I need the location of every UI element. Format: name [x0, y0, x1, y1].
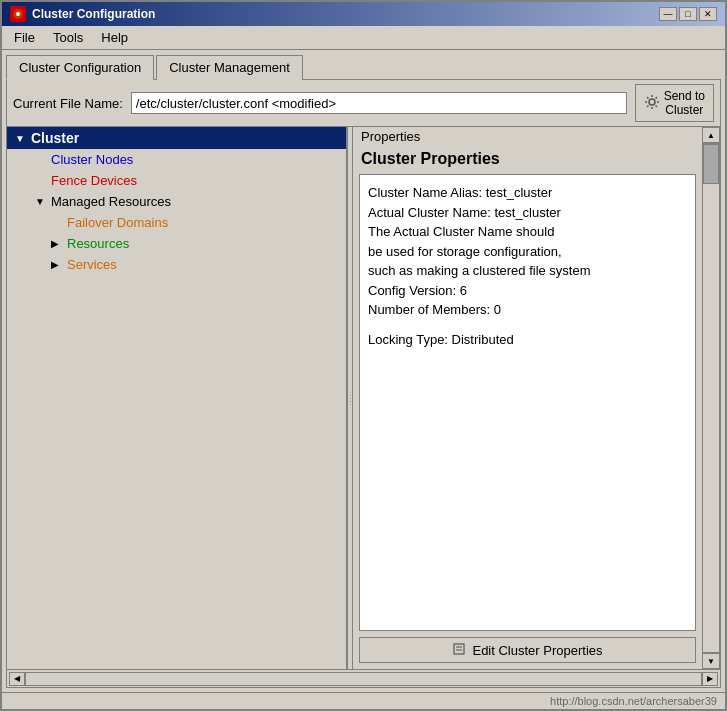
scroll-right-arrow[interactable]: ▶ — [702, 672, 718, 686]
tab-content: Current File Name: Send to Cluster — [6, 79, 721, 688]
tree-panel: ▼ Cluster Cluster Nodes Fence Devices ▼ … — [7, 127, 347, 669]
scroll-up-arrow[interactable]: ▲ — [702, 127, 720, 143]
menu-file[interactable]: File — [6, 28, 43, 47]
svg-rect-3 — [454, 644, 464, 654]
managed-resources-expand-icon: ▼ — [35, 196, 47, 207]
minimize-button[interactable]: — — [659, 7, 677, 21]
file-bar: Current File Name: Send to Cluster — [7, 80, 720, 126]
app-icon — [10, 6, 26, 22]
services-label: Services — [67, 257, 117, 272]
svg-point-2 — [649, 99, 655, 105]
services-expand-icon: ▶ — [51, 259, 63, 270]
prop-line-3: The Actual Cluster Name should — [368, 222, 687, 242]
main-window: Cluster Configuration — □ ✕ File Tools H… — [0, 0, 727, 711]
prop-line-1: Cluster Name Alias: test_cluster — [368, 183, 687, 203]
tree-item-cluster[interactable]: ▼ Cluster — [7, 127, 346, 149]
properties-main: Properties Cluster Properties Cluster Na… — [353, 127, 720, 669]
scroll-left-arrow[interactable]: ◀ — [9, 672, 25, 686]
edit-icon — [452, 642, 468, 658]
title-bar-left: Cluster Configuration — [10, 6, 155, 22]
svg-point-1 — [16, 12, 20, 16]
tree-item-services[interactable]: ▶ Services — [7, 254, 346, 275]
edit-btn-label: Edit Cluster Properties — [472, 643, 602, 658]
scroll-thumb[interactable] — [703, 144, 719, 184]
prop-line-2: Actual Cluster Name: test_cluster — [368, 203, 687, 223]
managed-resources-label: Managed Resources — [51, 194, 171, 209]
h-scroll-track[interactable] — [25, 672, 702, 686]
cluster-nodes-label: Cluster Nodes — [51, 152, 133, 167]
prop-line-7: Number of Members: 0 — [368, 300, 687, 320]
main-split-area: ▼ Cluster Cluster Nodes Fence Devices ▼ … — [7, 126, 720, 669]
tab-cluster-configuration[interactable]: Cluster Configuration — [6, 55, 154, 80]
send-btn-text: Send to Cluster — [664, 89, 705, 117]
scroll-track[interactable] — [702, 143, 720, 653]
tab-bar: Cluster Configuration Cluster Management — [2, 50, 725, 79]
cluster-label: Cluster — [31, 130, 79, 146]
watermark: http://blog.csdn.net/archersaber39 — [2, 692, 725, 709]
properties-header: Properties — [353, 127, 702, 146]
close-button[interactable]: ✕ — [699, 7, 717, 21]
tree-item-managed-resources[interactable]: ▼ Managed Resources — [7, 191, 346, 212]
tab-cluster-management[interactable]: Cluster Management — [156, 55, 303, 80]
properties-panel: Properties Cluster Properties Cluster Na… — [353, 127, 702, 669]
tree-item-fence-devices[interactable]: Fence Devices — [7, 170, 346, 191]
prop-line-4: be used for storage configuration, — [368, 242, 687, 262]
menu-tools[interactable]: Tools — [45, 28, 91, 47]
scroll-down-arrow[interactable]: ▼ — [702, 653, 720, 669]
horizontal-scrollbar-area: ◀ ▶ — [7, 669, 720, 687]
send-to-cluster-button[interactable]: Send to Cluster — [635, 84, 714, 122]
properties-content: Cluster Name Alias: test_cluster Actual … — [359, 174, 696, 631]
edit-cluster-properties-button[interactable]: Edit Cluster Properties — [359, 637, 696, 663]
maximize-button[interactable]: □ — [679, 7, 697, 21]
resources-expand-icon: ▶ — [51, 238, 63, 249]
file-path-input[interactable] — [131, 92, 627, 114]
window-title: Cluster Configuration — [32, 7, 155, 21]
resources-label: Resources — [67, 236, 129, 251]
properties-footer: Edit Cluster Properties — [353, 631, 702, 669]
failover-domains-label: Failover Domains — [67, 215, 168, 230]
fence-devices-label: Fence Devices — [51, 173, 137, 188]
prop-line-6: Config Version: 6 — [368, 281, 687, 301]
file-label: Current File Name: — [13, 96, 123, 111]
prop-line-9: Locking Type: Distributed — [368, 330, 687, 350]
tree-item-resources[interactable]: ▶ Resources — [7, 233, 346, 254]
menu-help[interactable]: Help — [93, 28, 136, 47]
title-buttons: — □ ✕ — [659, 7, 717, 21]
tree-item-cluster-nodes[interactable]: Cluster Nodes — [7, 149, 346, 170]
properties-vscrollbar: ▲ ▼ — [702, 127, 720, 669]
tree-item-failover-domains[interactable]: Failover Domains — [7, 212, 346, 233]
menu-bar: File Tools Help — [2, 26, 725, 50]
prop-line-8 — [368, 320, 687, 330]
properties-title: Cluster Properties — [353, 146, 702, 174]
title-bar: Cluster Configuration — □ ✕ — [2, 2, 725, 26]
prop-line-5: such as making a clustered file system — [368, 261, 687, 281]
properties-section: Properties Cluster Properties Cluster Na… — [353, 127, 720, 669]
gear-icon — [644, 94, 660, 113]
cluster-expand-icon: ▼ — [15, 133, 27, 144]
